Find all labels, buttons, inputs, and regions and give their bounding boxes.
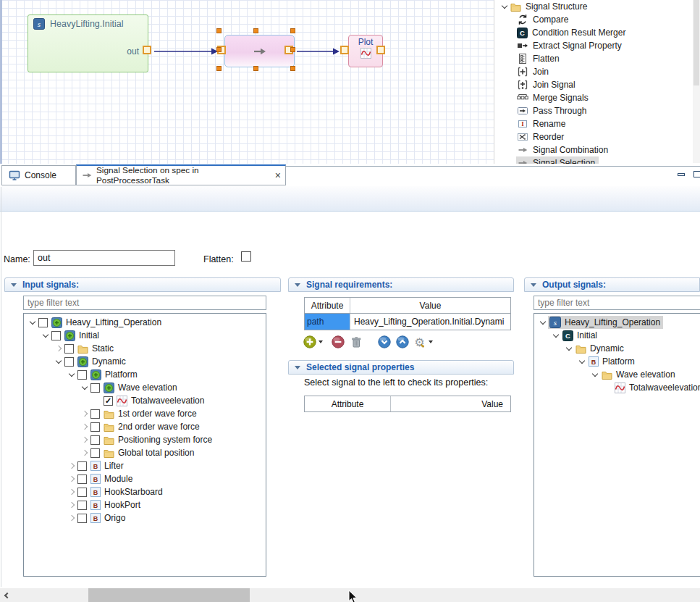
palette-item-join-signal[interactable]: Join Signal [494,78,700,91]
palette-item-condition-result-merger[interactable]: CCondition Result Merger [494,26,700,39]
requirement-row-path[interactable]: pathHeavy_Lifting_Operation.Initial.Dyna… [304,314,511,330]
tree-item-platform[interactable]: Platform [24,368,266,381]
selection-handle[interactable] [216,28,222,33]
selection-handle[interactable] [290,47,295,52]
chevron-down-icon[interactable] [55,357,61,363]
checkbox-unchecked[interactable] [77,461,87,471]
tree-item-hookport[interactable]: BHookPort [24,498,266,511]
palette-group-signal-structure[interactable]: Signal Structure [494,0,700,13]
tree-item-positioning-system-force[interactable]: Positioning system force [24,433,266,446]
palette-item-compare[interactable]: Compare [494,13,700,26]
delete-button[interactable] [350,336,362,348]
checkbox-unchecked[interactable] [90,409,100,419]
tab-signal-selection[interactable]: Signal Selection on spec in PostProcesso… [76,164,286,185]
chevron-right-icon[interactable] [81,450,87,456]
selected-signal-properties-header[interactable]: Selected signal properties [288,360,514,375]
output-filter-input[interactable] [534,296,700,310]
selection-handle[interactable] [253,28,258,33]
tree-item-platform[interactable]: BPlatform [534,355,700,368]
tree-item-static[interactable]: Static [24,342,266,355]
diagram-canvas[interactable]: s HeavyLifting.Initial out Plot [0,0,494,164]
palette-item-signal-selection[interactable]: Signal Selection [494,156,700,164]
scroll-left-button[interactable] [0,588,12,602]
output-signals-header[interactable]: Output signals: [524,277,700,292]
chevron-down-icon[interactable] [81,383,87,389]
add-button[interactable] [303,335,316,348]
input-filter-input[interactable] [23,296,266,310]
palette-item-reorder[interactable]: Reorder [494,130,700,143]
chevron-down-icon[interactable] [565,344,571,350]
chevron-down-icon[interactable] [42,331,48,337]
selection-handle[interactable] [253,66,258,71]
add-menu-caret-icon[interactable] [319,340,323,343]
tree-item-heavy-lifting-operation[interactable]: Heavy_Lifting_Operation [24,316,266,329]
chevron-right-icon[interactable] [81,411,87,417]
collapse-triangle-icon[interactable] [295,283,300,287]
tree-item-lifter[interactable]: BLifter [24,459,266,472]
checkbox-unchecked[interactable] [90,383,100,393]
checkbox-unchecked[interactable] [51,331,61,340]
checkbox-unchecked[interactable] [77,488,87,497]
checkbox-unchecked[interactable] [64,357,74,367]
palette-item-pass-through[interactable]: Pass Through [494,104,700,117]
selection-handle[interactable] [290,66,295,71]
port-out[interactable] [143,46,151,54]
checkbox-unchecked[interactable] [77,501,87,510]
palette-item-signal-combination[interactable]: Signal Combination [494,143,700,156]
tab-console[interactable]: Console [1,165,76,185]
chevron-down-icon[interactable] [552,331,558,337]
checkbox-unchecked[interactable] [77,514,87,523]
palette-scrollbar[interactable] [693,0,700,163]
palette-scrollbar-thumb[interactable] [693,0,699,85]
minimize-icon[interactable] [678,173,685,176]
tree-item-2nd-order-wave-force[interactable]: 2nd order wave force [24,420,266,433]
close-icon[interactable]: × [275,170,281,180]
port-plot-in[interactable] [340,46,349,54]
selection-handle[interactable] [290,28,295,33]
chevron-right-icon[interactable] [68,502,74,508]
chevron-right-icon[interactable] [68,515,74,521]
tree-item-heavy-lifting-operation[interactable]: sHeavy_Lifting_Operation [534,316,700,329]
chevron-down-icon[interactable] [29,318,35,324]
tree-item-wave-elevation[interactable]: Wave elevation [534,368,700,381]
tree-item-module[interactable]: BModule [24,472,266,485]
tree-item-global-total-position[interactable]: Global total position [24,446,266,459]
checkbox-unchecked[interactable] [90,435,100,445]
palette-item-rename[interactable]: IRename [494,117,700,130]
collapse-triangle-icon[interactable] [11,283,17,287]
checkbox-unchecked[interactable] [90,422,100,432]
tree-item-wave-elevation[interactable]: Wave elevation [24,381,266,394]
column-header-attribute[interactable]: Attribute [305,396,391,411]
chevron-right-icon[interactable] [68,463,74,469]
checkbox-checked[interactable]: ✓ [104,396,113,406]
chevron-right-icon[interactable] [81,424,87,430]
tree-item-dynamic[interactable]: Dynamic [24,355,266,368]
tree-item-hookstarboard[interactable]: BHookStarboard [24,485,266,498]
checkbox-unchecked[interactable] [64,344,74,354]
collapse-triangle-icon[interactable] [295,366,300,369]
requirement-value-cell[interactable]: Heavy_Lifting_Operation.Initial.Dynami [350,314,510,330]
input-signals-header[interactable]: Input signals: [4,277,281,292]
selection-handle[interactable] [216,66,222,71]
tree-item-initial[interactable]: CInitial [534,329,700,342]
checkbox-unchecked[interactable] [38,318,48,327]
collapse-triangle-icon[interactable] [531,283,536,287]
column-header-value[interactable]: Value [391,396,510,411]
chevron-right-icon[interactable] [55,346,61,351]
palette-item-flatten[interactable]: Flatten [494,52,700,65]
palette-item-join[interactable]: Join [494,65,700,78]
palette-item-extract-signal-property[interactable]: Extract Signal Property [494,39,700,52]
settings-menu-caret-icon[interactable] [429,340,433,343]
column-header-attribute[interactable]: Attribute [305,298,350,313]
maximize-icon[interactable] [693,171,700,177]
tree-item-origo[interactable]: BOrigo [24,511,266,524]
column-header-value[interactable]: Value [350,298,510,313]
signal-requirements-header[interactable]: Signal requirements: [288,277,514,292]
chevron-right-icon[interactable] [68,476,74,482]
tree-item-totalwaveelevation[interactable]: Totalwaveelevation [534,381,700,394]
tree-item-totalwaveelevation[interactable]: ✓Totalwaveelevation [24,394,266,407]
tree-item-dynamic[interactable]: Dynamic [534,342,700,355]
settings-button[interactable]: ⚙ [413,335,426,349]
flatten-checkbox[interactable] [241,251,251,262]
checkbox-unchecked[interactable] [77,370,87,380]
